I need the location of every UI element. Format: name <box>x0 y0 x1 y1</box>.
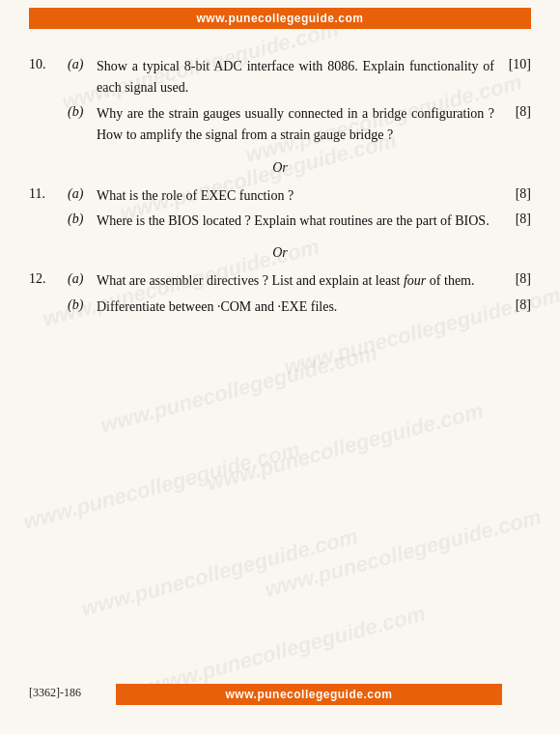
or-divider-1: Or <box>29 160 531 176</box>
watermark-6: www.punecollegeguide.com <box>79 523 361 621</box>
q10a-row: 10. (a) Show a typical 8-bit ADC interfa… <box>29 56 531 99</box>
q10b-marks: [8] <box>494 103 531 147</box>
q11b-marks: [8] <box>494 211 531 232</box>
watermark-11: www.punecollegeguide.com <box>263 504 545 602</box>
q12a-marks: [8] <box>494 270 531 292</box>
q12a-text: What are assembler directives ? List and… <box>97 270 494 292</box>
question-11: 11. (a) What is the role of EXEC functio… <box>29 185 531 233</box>
question-12: 12. (a) What are assembler directives ? … <box>29 270 531 318</box>
watermark-5: www.punecollegeguide.com <box>21 437 303 534</box>
q12a-row: 12. (a) What are assembler directives ? … <box>29 270 531 292</box>
q11b-row: (b) Where is the BIOS located ? Explain … <box>29 211 531 232</box>
q12b-marks: [8] <box>494 296 531 318</box>
q12b-part: (b) <box>68 296 97 318</box>
q10a-text: Show a typical 8-bit ADC interface with … <box>97 56 494 99</box>
watermark-4: www.punecollegeguide.com <box>98 340 380 438</box>
q11a-marks: [8] <box>494 185 531 207</box>
q12-number: 12. <box>29 270 68 292</box>
q10a-part: (a) <box>68 56 97 99</box>
bottom-banner: www.punecollegeguide.com <box>116 684 502 705</box>
q12b-text: Differentiate between ·COM and ·EXE file… <box>97 296 494 318</box>
q12a-italic-word: four <box>404 273 426 288</box>
q11-number: 11. <box>29 185 68 207</box>
q10b-text: Why are the strain gauges usually connec… <box>97 103 494 147</box>
q11b-part: (b) <box>68 211 97 232</box>
q10-number: 10. <box>29 56 68 99</box>
q11b-text: Where is the BIOS located ? Explain what… <box>97 211 494 232</box>
q10b-part: (b) <box>68 103 97 147</box>
q11a-part: (a) <box>68 185 97 207</box>
q11a-row: 11. (a) What is the role of EXEC functio… <box>29 185 531 207</box>
question-10: 10. (a) Show a typical 8-bit ADC interfa… <box>29 56 531 147</box>
top-banner: www.punecollegeguide.com <box>29 8 531 29</box>
q10a-marks: [10] <box>494 56 531 99</box>
q12a-part: (a) <box>68 270 97 292</box>
page-code: [3362]-186 <box>29 686 81 700</box>
or-divider-2: Or <box>29 245 531 261</box>
q12b-row: (b) Differentiate between ·COM and ·EXE … <box>29 296 531 318</box>
q11a-text: What is the role of EXEC function ? <box>97 185 494 207</box>
q10b-row: (b) Why are the strain gauges usually co… <box>29 103 531 147</box>
watermark-10: www.punecollegeguide.com <box>205 398 487 495</box>
